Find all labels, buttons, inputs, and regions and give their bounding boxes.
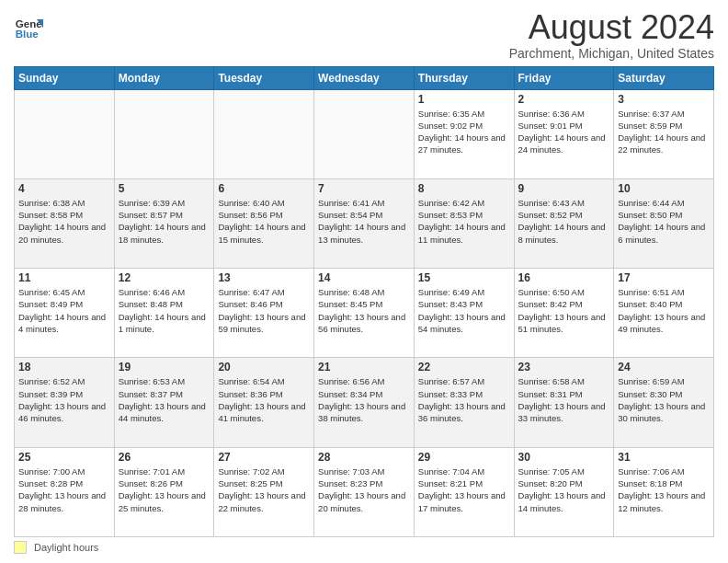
page-header: General Blue August 2024 Parchment, Mich… — [14, 9, 714, 61]
calendar-day-cell — [314, 89, 415, 178]
calendar-week-row: 1Sunrise: 6:35 AMSunset: 9:02 PMDaylight… — [15, 89, 714, 178]
footer: Daylight hours — [14, 541, 714, 554]
day-number: 26 — [119, 451, 210, 464]
calendar-day-cell: 9Sunrise: 6:43 AMSunset: 8:52 PMDaylight… — [514, 178, 614, 268]
calendar-day-cell: 19Sunrise: 6:53 AMSunset: 8:37 PMDayligh… — [114, 358, 214, 447]
calendar-day-cell: 21Sunrise: 6:56 AMSunset: 8:34 PMDayligh… — [314, 358, 415, 447]
day-info: Sunrise: 6:42 AMSunset: 8:53 PMDaylight:… — [418, 197, 510, 246]
day-info: Sunrise: 6:45 AMSunset: 8:49 PMDaylight:… — [18, 286, 110, 335]
main-title: August 2024 — [509, 9, 714, 46]
calendar-day-cell: 15Sunrise: 6:49 AMSunset: 8:43 PMDayligh… — [414, 269, 514, 358]
day-number: 7 — [318, 182, 410, 195]
calendar-day-cell: 31Sunrise: 7:06 AMSunset: 8:18 PMDayligh… — [614, 447, 714, 536]
calendar-day-cell — [15, 89, 115, 178]
calendar-table: SundayMondayTuesdayWednesdayThursdayFrid… — [14, 66, 714, 537]
calendar-day-cell: 20Sunrise: 6:54 AMSunset: 8:36 PMDayligh… — [214, 358, 314, 447]
day-info: Sunrise: 6:53 AMSunset: 8:37 PMDaylight:… — [119, 375, 210, 424]
legend-box — [14, 541, 27, 554]
calendar-day-cell: 4Sunrise: 6:38 AMSunset: 8:58 PMDaylight… — [15, 178, 115, 268]
calendar-day-cell: 11Sunrise: 6:45 AMSunset: 8:49 PMDayligh… — [15, 269, 115, 358]
day-info: Sunrise: 6:39 AMSunset: 8:57 PMDaylight:… — [119, 197, 210, 246]
day-number: 16 — [518, 271, 610, 284]
day-info: Sunrise: 7:04 AMSunset: 8:21 PMDaylight:… — [418, 465, 510, 514]
day-number: 17 — [618, 271, 710, 284]
day-info: Sunrise: 6:43 AMSunset: 8:52 PMDaylight:… — [518, 197, 610, 246]
day-info: Sunrise: 6:40 AMSunset: 8:56 PMDaylight:… — [218, 197, 310, 246]
day-info: Sunrise: 6:58 AMSunset: 8:31 PMDaylight:… — [518, 375, 610, 424]
day-number: 27 — [218, 451, 310, 464]
title-block: August 2024 Parchment, Michigan, United … — [509, 9, 714, 61]
calendar-day-cell: 17Sunrise: 6:51 AMSunset: 8:40 PMDayligh… — [614, 269, 714, 358]
column-header-monday: Monday — [114, 66, 214, 89]
calendar-day-cell: 22Sunrise: 6:57 AMSunset: 8:33 PMDayligh… — [414, 358, 514, 447]
day-info: Sunrise: 6:41 AMSunset: 8:54 PMDaylight:… — [318, 197, 410, 246]
day-number: 14 — [318, 271, 410, 284]
day-info: Sunrise: 6:44 AMSunset: 8:50 PMDaylight:… — [618, 197, 710, 246]
day-number: 30 — [518, 451, 610, 464]
day-info: Sunrise: 6:54 AMSunset: 8:36 PMDaylight:… — [218, 375, 310, 424]
day-info: Sunrise: 7:00 AMSunset: 8:28 PMDaylight:… — [18, 465, 110, 514]
day-number: 18 — [18, 361, 110, 373]
day-number: 10 — [618, 182, 710, 195]
day-info: Sunrise: 7:03 AMSunset: 8:23 PMDaylight:… — [318, 465, 410, 514]
calendar-day-cell: 29Sunrise: 7:04 AMSunset: 8:21 PMDayligh… — [414, 447, 514, 536]
calendar-week-row: 18Sunrise: 6:52 AMSunset: 8:39 PMDayligh… — [15, 358, 714, 447]
calendar-day-cell: 14Sunrise: 6:48 AMSunset: 8:45 PMDayligh… — [314, 269, 415, 358]
calendar-day-cell: 10Sunrise: 6:44 AMSunset: 8:50 PMDayligh… — [614, 178, 714, 268]
day-number: 1 — [418, 93, 510, 106]
calendar-day-cell: 7Sunrise: 6:41 AMSunset: 8:54 PMDaylight… — [314, 178, 415, 268]
day-info: Sunrise: 6:56 AMSunset: 8:34 PMDaylight:… — [318, 375, 410, 424]
column-header-sunday: Sunday — [15, 66, 115, 89]
day-number: 2 — [518, 93, 610, 106]
day-info: Sunrise: 7:05 AMSunset: 8:20 PMDaylight:… — [518, 465, 610, 514]
calendar-week-row: 11Sunrise: 6:45 AMSunset: 8:49 PMDayligh… — [15, 269, 714, 358]
day-info: Sunrise: 6:35 AMSunset: 9:02 PMDaylight:… — [418, 108, 510, 156]
day-number: 19 — [119, 361, 210, 373]
column-header-saturday: Saturday — [614, 66, 714, 89]
day-info: Sunrise: 6:47 AMSunset: 8:46 PMDaylight:… — [218, 286, 310, 335]
calendar-day-cell: 13Sunrise: 6:47 AMSunset: 8:46 PMDayligh… — [214, 269, 314, 358]
calendar-header-row: SundayMondayTuesdayWednesdayThursdayFrid… — [15, 66, 714, 89]
calendar-day-cell: 2Sunrise: 6:36 AMSunset: 9:01 PMDaylight… — [514, 89, 614, 178]
calendar-day-cell: 25Sunrise: 7:00 AMSunset: 8:28 PMDayligh… — [15, 447, 115, 536]
column-header-friday: Friday — [514, 66, 614, 89]
calendar-day-cell: 27Sunrise: 7:02 AMSunset: 8:25 PMDayligh… — [214, 447, 314, 536]
day-number: 4 — [18, 182, 110, 195]
calendar-week-row: 4Sunrise: 6:38 AMSunset: 8:58 PMDaylight… — [15, 178, 714, 268]
day-number: 21 — [318, 361, 410, 373]
day-info: Sunrise: 6:38 AMSunset: 8:58 PMDaylight:… — [18, 197, 110, 246]
calendar-day-cell: 5Sunrise: 6:39 AMSunset: 8:57 PMDaylight… — [114, 178, 214, 268]
svg-text:Blue: Blue — [16, 29, 40, 40]
day-number: 9 — [518, 182, 610, 195]
day-number: 3 — [618, 93, 710, 106]
calendar-day-cell: 1Sunrise: 6:35 AMSunset: 9:02 PMDaylight… — [414, 89, 514, 178]
day-number: 12 — [119, 271, 210, 284]
calendar-day-cell: 3Sunrise: 6:37 AMSunset: 8:59 PMDaylight… — [614, 89, 714, 178]
day-number: 6 — [218, 182, 310, 195]
logo-icon: General Blue — [14, 13, 43, 42]
day-info: Sunrise: 6:36 AMSunset: 9:01 PMDaylight:… — [518, 108, 610, 156]
column-header-thursday: Thursday — [414, 66, 514, 89]
calendar-day-cell: 26Sunrise: 7:01 AMSunset: 8:26 PMDayligh… — [114, 447, 214, 536]
day-number: 25 — [18, 451, 110, 464]
calendar-day-cell — [114, 89, 214, 178]
calendar-day-cell: 6Sunrise: 6:40 AMSunset: 8:56 PMDaylight… — [214, 178, 314, 268]
subtitle: Parchment, Michigan, United States — [509, 46, 714, 61]
calendar-day-cell — [214, 89, 314, 178]
calendar-day-cell: 8Sunrise: 6:42 AMSunset: 8:53 PMDaylight… — [414, 178, 514, 268]
day-info: Sunrise: 6:52 AMSunset: 8:39 PMDaylight:… — [18, 375, 110, 424]
day-info: Sunrise: 6:49 AMSunset: 8:43 PMDaylight:… — [418, 286, 510, 335]
calendar-day-cell: 16Sunrise: 6:50 AMSunset: 8:42 PMDayligh… — [514, 269, 614, 358]
day-number: 28 — [318, 451, 410, 464]
day-info: Sunrise: 6:48 AMSunset: 8:45 PMDaylight:… — [318, 286, 410, 335]
day-number: 13 — [218, 271, 310, 284]
calendar-day-cell: 24Sunrise: 6:59 AMSunset: 8:30 PMDayligh… — [614, 358, 714, 447]
day-number: 11 — [18, 271, 110, 284]
calendar-day-cell: 18Sunrise: 6:52 AMSunset: 8:39 PMDayligh… — [15, 358, 115, 447]
calendar-day-cell: 12Sunrise: 6:46 AMSunset: 8:48 PMDayligh… — [114, 269, 214, 358]
day-number: 20 — [218, 361, 310, 373]
day-info: Sunrise: 6:50 AMSunset: 8:42 PMDaylight:… — [518, 286, 610, 335]
calendar-week-row: 25Sunrise: 7:00 AMSunset: 8:28 PMDayligh… — [15, 447, 714, 536]
day-number: 29 — [418, 451, 510, 464]
day-info: Sunrise: 6:37 AMSunset: 8:59 PMDaylight:… — [618, 108, 710, 156]
